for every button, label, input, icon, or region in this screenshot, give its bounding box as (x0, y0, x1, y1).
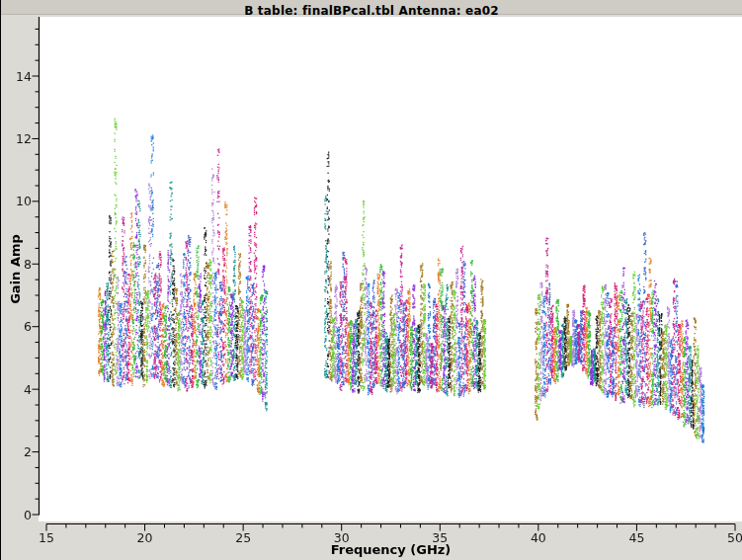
y-tick-label: 8 (24, 257, 32, 272)
y-tick-label: 14 (16, 69, 32, 84)
x-axis-title: Frequency (GHz) (40, 542, 742, 557)
y-tick-label: 6 (24, 319, 32, 334)
plotcal-window: B table: finalBPcal.tbl Antenna: ea02 15… (0, 0, 742, 560)
plot-title: B table: finalBPcal.tbl Antenna: ea02 (244, 4, 499, 18)
y-tick-label: 2 (24, 444, 32, 459)
plot-title-bar: B table: finalBPcal.tbl Antenna: ea02 (1, 0, 742, 15)
y-tick-label: 4 (24, 382, 32, 397)
y-tick-label: 10 (16, 194, 32, 208)
y-tick-label: 12 (16, 131, 32, 146)
gain-amp-scatter-points[interactable] (39, 17, 742, 521)
y-tick-label: 0 (24, 508, 32, 522)
y-axis-title: Gain Amp (8, 230, 23, 309)
